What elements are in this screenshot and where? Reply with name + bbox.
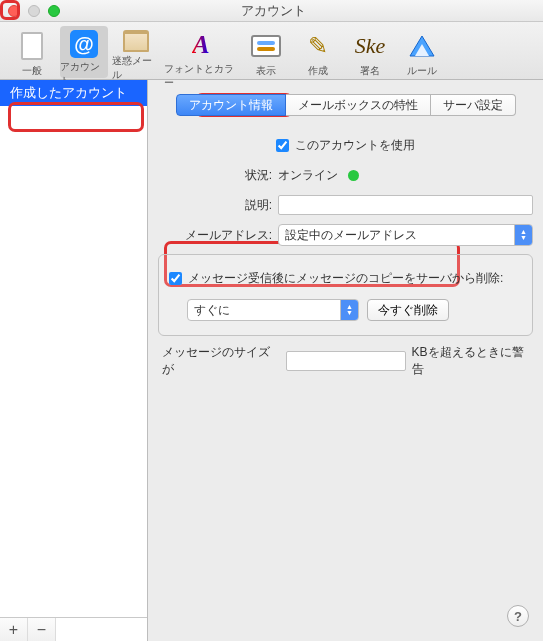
remove-when-select[interactable]: すぐに ▲▼ — [187, 299, 359, 321]
remove-account-button[interactable]: − — [28, 618, 56, 641]
size-warn-prefix: メッセージのサイズが — [162, 344, 280, 378]
remove-now-button[interactable]: 今すぐ削除 — [367, 299, 449, 321]
font-icon: A — [185, 30, 217, 60]
toolbar-label: 表示 — [256, 64, 276, 78]
compose-icon: ✎ — [302, 30, 334, 62]
general-icon — [16, 30, 48, 62]
email-address-value: 設定中のメールアドレス — [285, 227, 417, 244]
status-value: オンライン — [278, 167, 338, 184]
remove-copies-checkbox[interactable] — [169, 272, 182, 285]
accounts-list[interactable]: 作成したアカウント — [0, 80, 147, 617]
use-account-label: このアカウントを使用 — [295, 137, 415, 154]
toolbar-label: ルール — [407, 64, 437, 78]
tab-server-settings[interactable]: サーバ設定 — [431, 94, 516, 116]
description-field[interactable] — [278, 195, 533, 215]
server-copy-group: メッセージ受信後にメッセージのコピーをサーバから削除: すぐに ▲▼ 今すぐ削除 — [158, 254, 533, 336]
help-button[interactable]: ? — [507, 605, 529, 627]
toolbar-accounts[interactable]: @ アカウント — [60, 26, 108, 78]
toolbar-viewing[interactable]: 表示 — [242, 26, 290, 78]
online-indicator-icon — [348, 170, 359, 181]
account-list-item[interactable]: 作成したアカウント — [0, 80, 147, 106]
add-account-button[interactable]: + — [0, 618, 28, 641]
toolbar-general[interactable]: 一般 — [8, 26, 56, 78]
chevron-updown-icon: ▲▼ — [340, 300, 358, 320]
window-title: アカウント — [12, 2, 535, 20]
preferences-toolbar: 一般 @ アカウント 迷惑メール A フォントとカラー 表示 ✎ 作成 Ske … — [0, 22, 543, 80]
toolbar-junk[interactable]: 迷惑メール — [112, 26, 160, 78]
remove-copies-label: メッセージ受信後にメッセージのコピーをサーバから削除: — [188, 270, 503, 287]
toolbar-label: 一般 — [22, 64, 42, 78]
signature-icon: Ske — [354, 30, 386, 62]
account-name: 作成したアカウント — [10, 84, 127, 102]
toolbar-label: 迷惑メール — [112, 54, 160, 82]
use-account-checkbox[interactable] — [276, 139, 289, 152]
size-warn-suffix: KBを超えるときに警告 — [412, 344, 533, 378]
remove-when-value: すぐに — [194, 302, 230, 319]
chevron-updown-icon: ▲▼ — [514, 225, 532, 245]
toolbar-rules[interactable]: ルール — [398, 26, 446, 78]
account-detail-panel: アカウント情報 メールボックスの特性 サーバ設定 このアカウントを使用 状況: … — [148, 80, 543, 641]
email-address-select[interactable]: 設定中のメールアドレス ▲▼ — [278, 224, 533, 246]
tab-account-info[interactable]: アカウント情報 — [176, 94, 286, 116]
viewing-icon — [250, 30, 282, 62]
size-limit-field[interactable] — [286, 351, 406, 371]
titlebar: アカウント — [0, 0, 543, 22]
toolbar-label: 署名 — [360, 64, 380, 78]
junk-icon — [120, 30, 152, 52]
toolbar-fonts-colors[interactable]: A フォントとカラー — [164, 26, 238, 78]
rules-icon — [406, 30, 438, 62]
email-label: メールアドレス: — [158, 227, 278, 244]
tab-mailbox-behaviors[interactable]: メールボックスの特性 — [286, 94, 431, 116]
status-label: 状況: — [158, 167, 278, 184]
accounts-sidebar: 作成したアカウント + − — [0, 80, 148, 641]
sidebar-footer: + − — [0, 617, 147, 641]
detail-tabs: アカウント情報 メールボックスの特性 サーバ設定 — [158, 94, 533, 116]
at-icon: @ — [68, 30, 100, 58]
toolbar-signatures[interactable]: Ske 署名 — [346, 26, 394, 78]
toolbar-label: 作成 — [308, 64, 328, 78]
description-label: 説明: — [158, 197, 278, 214]
toolbar-compose[interactable]: ✎ 作成 — [294, 26, 342, 78]
